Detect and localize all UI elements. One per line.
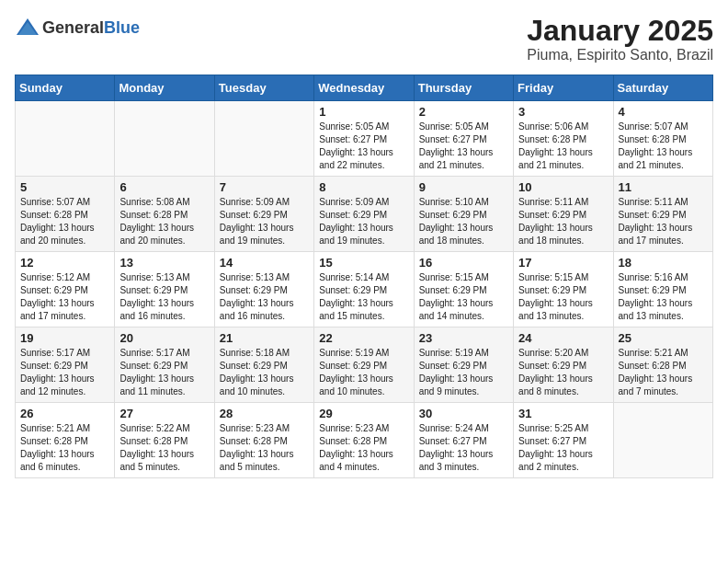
table-row: 25Sunrise: 5:21 AM Sunset: 6:28 PM Dayli… — [613, 327, 712, 403]
table-row: 9Sunrise: 5:10 AM Sunset: 6:29 PM Daylig… — [414, 177, 513, 252]
table-row: 14Sunrise: 5:13 AM Sunset: 6:29 PM Dayli… — [214, 252, 313, 327]
table-row: 1Sunrise: 5:05 AM Sunset: 6:27 PM Daylig… — [314, 101, 414, 177]
header-tuesday: Tuesday — [214, 75, 313, 101]
table-row: 6Sunrise: 5:08 AM Sunset: 6:28 PM Daylig… — [115, 177, 214, 252]
table-row: 12Sunrise: 5:12 AM Sunset: 6:29 PM Dayli… — [16, 252, 115, 327]
calendar-table: Sunday Monday Tuesday Wednesday Thursday… — [15, 75, 713, 478]
day-number: 25 — [619, 331, 708, 345]
table-row: 29Sunrise: 5:23 AM Sunset: 6:28 PM Dayli… — [314, 403, 414, 478]
table-row: 5Sunrise: 5:07 AM Sunset: 6:28 PM Daylig… — [16, 177, 115, 252]
header-wednesday: Wednesday — [314, 75, 414, 101]
table-row: 30Sunrise: 5:24 AM Sunset: 6:27 PM Dayli… — [414, 403, 513, 478]
day-number: 22 — [319, 331, 408, 345]
table-row — [214, 101, 313, 177]
table-row: 17Sunrise: 5:15 AM Sunset: 6:29 PM Dayli… — [514, 252, 613, 327]
calendar-week-row: 26Sunrise: 5:21 AM Sunset: 6:28 PM Dayli… — [16, 403, 713, 478]
calendar-subtitle: Piuma, Espirito Santo, Brazil — [527, 47, 713, 63]
table-row: 13Sunrise: 5:13 AM Sunset: 6:29 PM Dayli… — [115, 252, 214, 327]
weekday-header-row: Sunday Monday Tuesday Wednesday Thursday… — [16, 75, 713, 101]
day-info: Sunrise: 5:13 AM Sunset: 6:29 PM Dayligh… — [220, 271, 309, 323]
day-number: 11 — [619, 180, 708, 194]
day-number: 27 — [119, 407, 209, 420]
day-info: Sunrise: 5:23 AM Sunset: 6:28 PM Dayligh… — [319, 422, 408, 474]
logo-text-general: General — [42, 18, 104, 37]
day-info: Sunrise: 5:07 AM Sunset: 6:28 PM Dayligh… — [619, 121, 708, 172]
calendar-title: January 2025 — [527, 15, 713, 47]
day-number: 29 — [319, 407, 408, 420]
day-number: 19 — [20, 331, 109, 345]
table-row: 31Sunrise: 5:25 AM Sunset: 6:27 PM Dayli… — [514, 403, 613, 478]
day-number: 10 — [518, 180, 608, 194]
day-info: Sunrise: 5:09 AM Sunset: 6:29 PM Dayligh… — [220, 196, 309, 247]
day-info: Sunrise: 5:07 AM Sunset: 6:28 PM Dayligh… — [20, 196, 109, 247]
day-info: Sunrise: 5:21 AM Sunset: 6:28 PM Dayligh… — [619, 347, 708, 398]
table-row — [613, 403, 712, 478]
day-info: Sunrise: 5:06 AM Sunset: 6:28 PM Dayligh… — [518, 121, 608, 172]
table-row: 3Sunrise: 5:06 AM Sunset: 6:28 PM Daylig… — [514, 101, 613, 177]
day-number: 14 — [220, 256, 309, 270]
table-row: 23Sunrise: 5:19 AM Sunset: 6:29 PM Dayli… — [414, 327, 513, 403]
day-number: 9 — [419, 180, 508, 194]
day-number: 12 — [20, 256, 109, 270]
day-number: 15 — [319, 256, 408, 270]
day-info: Sunrise: 5:16 AM Sunset: 6:29 PM Dayligh… — [619, 271, 708, 323]
day-info: Sunrise: 5:19 AM Sunset: 6:29 PM Dayligh… — [419, 347, 508, 398]
table-row: 16Sunrise: 5:15 AM Sunset: 6:29 PM Dayli… — [414, 252, 513, 327]
day-number: 7 — [220, 180, 309, 194]
day-info: Sunrise: 5:20 AM Sunset: 6:29 PM Dayligh… — [518, 347, 608, 398]
day-info: Sunrise: 5:11 AM Sunset: 6:29 PM Dayligh… — [518, 196, 608, 247]
day-info: Sunrise: 5:08 AM Sunset: 6:28 PM Dayligh… — [119, 196, 209, 247]
day-number: 13 — [119, 256, 209, 270]
day-number: 2 — [419, 105, 508, 119]
day-number: 20 — [119, 331, 209, 345]
header-thursday: Thursday — [414, 75, 513, 101]
day-number: 30 — [419, 407, 508, 420]
table-row: 2Sunrise: 5:05 AM Sunset: 6:27 PM Daylig… — [414, 101, 513, 177]
logo-text-blue: Blue — [104, 18, 140, 37]
header-saturday: Saturday — [613, 75, 712, 101]
logo: GeneralBlue — [15, 15, 140, 40]
table-row — [115, 101, 214, 177]
day-number: 3 — [518, 105, 608, 119]
logo-icon — [15, 15, 40, 40]
table-row: 22Sunrise: 5:19 AM Sunset: 6:29 PM Dayli… — [314, 327, 414, 403]
day-info: Sunrise: 5:09 AM Sunset: 6:29 PM Dayligh… — [319, 196, 408, 247]
day-info: Sunrise: 5:21 AM Sunset: 6:28 PM Dayligh… — [20, 422, 109, 474]
day-number: 23 — [419, 331, 508, 345]
day-number: 17 — [518, 256, 608, 270]
table-row: 15Sunrise: 5:14 AM Sunset: 6:29 PM Dayli… — [314, 252, 414, 327]
table-row: 20Sunrise: 5:17 AM Sunset: 6:29 PM Dayli… — [115, 327, 214, 403]
day-info: Sunrise: 5:19 AM Sunset: 6:29 PM Dayligh… — [319, 347, 408, 398]
day-info: Sunrise: 5:05 AM Sunset: 6:27 PM Dayligh… — [419, 121, 508, 172]
day-number: 16 — [419, 256, 508, 270]
table-row: 11Sunrise: 5:11 AM Sunset: 6:29 PM Dayli… — [613, 177, 712, 252]
day-info: Sunrise: 5:15 AM Sunset: 6:29 PM Dayligh… — [518, 271, 608, 323]
table-row — [16, 101, 115, 177]
day-info: Sunrise: 5:10 AM Sunset: 6:29 PM Dayligh… — [419, 196, 508, 247]
table-row: 8Sunrise: 5:09 AM Sunset: 6:29 PM Daylig… — [314, 177, 414, 252]
day-number: 21 — [220, 331, 309, 345]
table-row: 19Sunrise: 5:17 AM Sunset: 6:29 PM Dayli… — [16, 327, 115, 403]
day-info: Sunrise: 5:14 AM Sunset: 6:29 PM Dayligh… — [319, 271, 408, 323]
table-row: 10Sunrise: 5:11 AM Sunset: 6:29 PM Dayli… — [514, 177, 613, 252]
table-row: 4Sunrise: 5:07 AM Sunset: 6:28 PM Daylig… — [613, 101, 712, 177]
table-row: 28Sunrise: 5:23 AM Sunset: 6:28 PM Dayli… — [214, 403, 313, 478]
day-info: Sunrise: 5:12 AM Sunset: 6:29 PM Dayligh… — [20, 271, 109, 323]
table-row: 27Sunrise: 5:22 AM Sunset: 6:28 PM Dayli… — [115, 403, 214, 478]
header-sunday: Sunday — [16, 75, 115, 101]
calendar-week-row: 5Sunrise: 5:07 AM Sunset: 6:28 PM Daylig… — [16, 177, 713, 252]
header-monday: Monday — [115, 75, 214, 101]
day-number: 5 — [20, 180, 109, 194]
table-row: 21Sunrise: 5:18 AM Sunset: 6:29 PM Dayli… — [214, 327, 313, 403]
day-number: 1 — [319, 105, 408, 119]
day-number: 4 — [619, 105, 708, 119]
day-number: 26 — [20, 407, 109, 420]
calendar-week-row: 1Sunrise: 5:05 AM Sunset: 6:27 PM Daylig… — [16, 101, 713, 177]
day-number: 6 — [119, 180, 209, 194]
day-info: Sunrise: 5:11 AM Sunset: 6:29 PM Dayligh… — [619, 196, 708, 247]
title-block: January 2025 Piuma, Espirito Santo, Braz… — [527, 15, 713, 63]
table-row: 18Sunrise: 5:16 AM Sunset: 6:29 PM Dayli… — [613, 252, 712, 327]
table-row: 7Sunrise: 5:09 AM Sunset: 6:29 PM Daylig… — [214, 177, 313, 252]
day-info: Sunrise: 5:17 AM Sunset: 6:29 PM Dayligh… — [119, 347, 209, 398]
day-info: Sunrise: 5:23 AM Sunset: 6:28 PM Dayligh… — [220, 422, 309, 474]
